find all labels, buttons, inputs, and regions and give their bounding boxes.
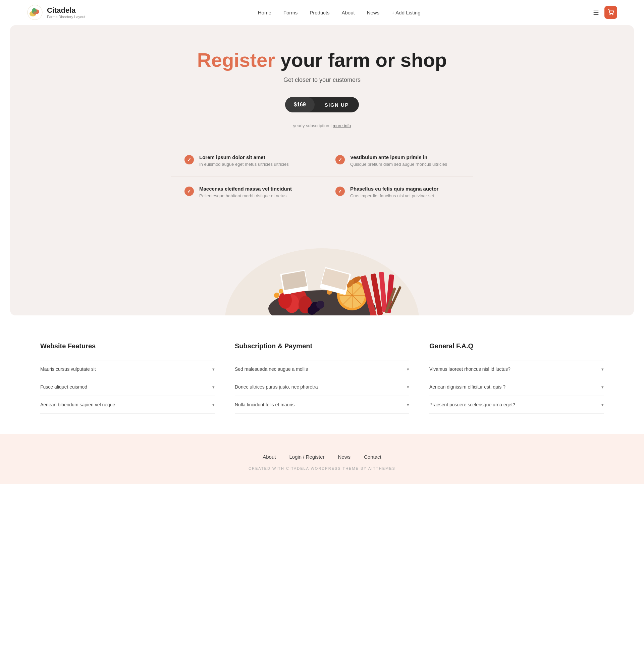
faq-grid: Website Features Mauris cursus vulputate… [40, 342, 604, 414]
footer-link-about[interactable]: About [262, 454, 276, 460]
feature-check-3 [184, 186, 194, 196]
nav-home[interactable]: Home [258, 10, 271, 16]
svg-point-6 [613, 15, 613, 15]
feature-text-3: Maecenas eleifend massa vel tincidunt Pe… [199, 186, 292, 198]
nav-forms[interactable]: Forms [283, 10, 298, 16]
faq-item-3-1[interactable]: Vivamus laoreet rhoncus nisl id luctus? … [429, 360, 604, 378]
faq-col1-title: Website Features [40, 342, 215, 350]
feature-item-3: Maecenas eleifend massa vel tincidunt Pe… [171, 177, 322, 208]
hero-title-rest: your farm or shop [275, 49, 447, 71]
svg-point-4 [33, 12, 37, 15]
hero-meta-text: yearly subscription | [293, 123, 332, 128]
main-nav: Home Forms Products About News + Add Lis… [258, 10, 421, 16]
hero-subtitle: Get closer to your customers [10, 76, 634, 84]
faq-label-2-2: Donec ultrices purus justo, nec pharetra [235, 384, 318, 390]
faq-item-2-2[interactable]: Donec ultrices purus justo, nec pharetra… [235, 378, 409, 396]
svg-point-29 [274, 293, 279, 298]
footer-link-news[interactable]: News [338, 454, 351, 460]
logo-area[interactable]: Citadela Farms Directory Layout [27, 4, 85, 21]
faq-item-2-1[interactable]: Sed malesuada nec augue a mollis ▾ [235, 360, 409, 378]
faq-chevron-1-1: ▾ [212, 367, 215, 372]
faq-item-1-1[interactable]: Mauris cursus vulputate sit ▾ [40, 360, 215, 378]
footer-link-contact[interactable]: Contact [364, 454, 382, 460]
hero-price: $169 [285, 97, 315, 112]
add-listing-button[interactable]: + Add Listing [391, 10, 420, 16]
feature-item-4: Phasellus eu felis quis magna auctor Cra… [322, 177, 473, 208]
hero-signup-button[interactable]: SIGN UP [315, 97, 359, 112]
footer-link-login[interactable]: Login / Register [289, 454, 324, 460]
faq-chevron-2-2: ▾ [407, 385, 409, 390]
header: Citadela Farms Directory Layout Home For… [0, 0, 644, 25]
cart-icon [608, 9, 614, 16]
nav-products[interactable]: Products [309, 10, 329, 16]
fruit-bowl-illustration [225, 228, 419, 315]
feature-desc-4: Cras imperdiet faucibus nisi vel pulvina… [350, 193, 438, 198]
faq-label-3-1: Vivamus laoreet rhoncus nisl id luctus? [429, 366, 510, 372]
svg-point-12 [278, 292, 292, 309]
faq-chevron-2-1: ▾ [407, 367, 409, 372]
faq-chevron-3-1: ▾ [601, 367, 604, 372]
logo-text-block: Citadela Farms Directory Layout [47, 6, 85, 19]
logo-title: Citadela [47, 6, 85, 15]
faq-column-2: Subscription & Payment Sed malesuada nec… [235, 342, 409, 414]
logo-subtitle: Farms Directory Layout [47, 15, 85, 19]
nav-news[interactable]: News [367, 10, 380, 16]
footer-links: About Login / Register News Contact [0, 454, 644, 460]
feature-desc-1: In euismod augue eget metus ultricies ul… [199, 162, 289, 167]
faq-chevron-3-3: ▾ [601, 402, 604, 407]
feature-text-1: Lorem ipsum dolor sit amet In euismod au… [199, 154, 289, 167]
feature-title-2: Vestibulum ante ipsum primis in [350, 154, 447, 160]
hero-title: Register your farm or shop [10, 49, 634, 71]
logo-icon [27, 4, 43, 21]
faq-chevron-2-3: ▾ [407, 402, 409, 407]
hero-meta: yearly subscription | more info [10, 123, 634, 128]
more-info-link[interactable]: more info [333, 123, 351, 128]
faq-section: Website Features Mauris cursus vulputate… [0, 315, 644, 434]
faq-label-3-3: Praesent posuere scelerisque urna eget? [429, 402, 515, 407]
feature-check-1 [184, 155, 194, 164]
feature-item-2: Vestibulum ante ipsum primis in Quisque … [322, 145, 473, 177]
faq-item-1-3[interactable]: Aenean bibendum sapien vel neque ▾ [40, 396, 215, 414]
faq-label-2-3: Nulla tincidunt felis et mauris [235, 402, 295, 407]
feature-desc-3: Pellentesque habitant morbi tristique et… [199, 193, 292, 198]
cart-button[interactable] [604, 6, 617, 19]
faq-item-3-3[interactable]: Praesent posuere scelerisque urna eget? … [429, 396, 604, 414]
footer-credit: CREATED WITH CITADELA WORDPRESS THEME BY… [0, 467, 644, 471]
faq-chevron-3-2: ▾ [601, 385, 604, 390]
faq-label-1-3: Aenean bibendum sapien vel neque [40, 402, 115, 407]
svg-point-14 [316, 301, 324, 309]
feature-check-4 [336, 186, 345, 196]
hamburger-icon[interactable]: ☰ [593, 8, 599, 17]
feature-item-1: Lorem ipsum dolor sit amet In euismod au… [171, 145, 322, 177]
features-grid: Lorem ipsum dolor sit amet In euismod au… [171, 145, 473, 208]
feature-title-1: Lorem ipsum dolor sit amet [199, 154, 289, 160]
header-actions: ☰ [593, 6, 617, 19]
feature-text-4: Phasellus eu felis quis magna auctor Cra… [350, 186, 438, 198]
faq-item-1-2[interactable]: Fusce aliquet euismod ▾ [40, 378, 215, 396]
svg-point-5 [610, 15, 611, 15]
feature-desc-2: Quisque pretium diam sed augue rhoncus u… [350, 162, 447, 167]
faq-col2-title: Subscription & Payment [235, 342, 409, 350]
svg-point-30 [279, 289, 283, 294]
hero-section: Register your farm or shop Get closer to… [10, 25, 634, 315]
faq-column-1: Website Features Mauris cursus vulputate… [40, 342, 215, 414]
svg-point-15 [307, 306, 316, 315]
feature-title-3: Maecenas eleifend massa vel tincidunt [199, 186, 292, 191]
faq-chevron-1-2: ▾ [212, 385, 215, 390]
faq-col3-title: General F.A.Q [429, 342, 604, 350]
feature-text-2: Vestibulum ante ipsum primis in Quisque … [350, 154, 447, 167]
faq-label-1-1: Mauris cursus vulputate sit [40, 366, 96, 372]
nav-about[interactable]: About [342, 10, 354, 16]
faq-label-1-2: Fusce aliquet euismod [40, 384, 87, 390]
hero-title-accent: Register [197, 49, 275, 71]
footer: About Login / Register News Contact CREA… [0, 434, 644, 484]
hero-cta: $169 SIGN UP [285, 97, 359, 112]
faq-item-3-2[interactable]: Aenean dignissim efficitur est, quis ? ▾ [429, 378, 604, 396]
faq-item-2-3[interactable]: Nulla tincidunt felis et mauris ▾ [235, 396, 409, 414]
hero-image-area [10, 228, 634, 315]
feature-title-4: Phasellus eu felis quis magna auctor [350, 186, 438, 191]
faq-chevron-1-3: ▾ [212, 402, 215, 407]
faq-column-3: General F.A.Q Vivamus laoreet rhoncus ni… [429, 342, 604, 414]
feature-check-2 [336, 155, 345, 164]
faq-label-2-1: Sed malesuada nec augue a mollis [235, 366, 308, 372]
